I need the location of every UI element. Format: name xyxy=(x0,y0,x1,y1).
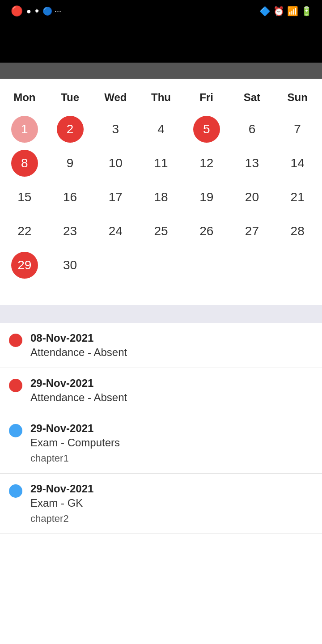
cal-cell: 24 xyxy=(93,216,138,247)
event-info-1: 29-Nov-2021Attendance - Absent xyxy=(30,377,127,404)
event-subtitle-2: chapter1 xyxy=(30,453,120,464)
cal-day-6[interactable]: 6 xyxy=(238,116,265,143)
cal-cell: 15 xyxy=(2,182,47,213)
cal-cell: 25 xyxy=(138,216,184,247)
day-header-sat: Sat xyxy=(229,88,275,107)
event-info-3: 29-Nov-2021Exam - GKchapter2 xyxy=(30,483,93,525)
event-info-0: 08-Nov-2021Attendance - Absent xyxy=(30,332,127,359)
cal-cell: 30 xyxy=(47,250,93,281)
cal-day-20[interactable]: 20 xyxy=(238,184,265,211)
alarm-icon: ⏰ xyxy=(273,6,284,17)
day-header-wed: Wed xyxy=(93,88,138,107)
cal-day-13[interactable]: 13 xyxy=(238,150,265,177)
cal-day-25[interactable]: 25 xyxy=(148,218,174,245)
cal-day-9[interactable]: 9 xyxy=(57,150,84,177)
cal-cell: 14 xyxy=(275,148,320,179)
event-subtitle-3: chapter2 xyxy=(30,513,93,525)
day-header-sun: Sun xyxy=(275,88,320,107)
day-header-tue: Tue xyxy=(47,88,93,107)
month-header xyxy=(0,63,322,79)
cal-cell: 2 xyxy=(47,114,93,145)
cal-cell: 16 xyxy=(47,182,93,213)
cal-day-3[interactable]: 3 xyxy=(102,116,129,143)
cal-day-24[interactable]: 24 xyxy=(102,218,129,245)
event-dot-blue xyxy=(9,484,22,498)
event-dot-red xyxy=(9,379,22,392)
cal-cell xyxy=(93,250,138,281)
cal-day-empty xyxy=(148,252,174,279)
cal-day-8[interactable]: 8 xyxy=(11,150,38,177)
cal-cell: 3 xyxy=(93,114,138,145)
cal-day-28[interactable]: 28 xyxy=(284,218,311,245)
cal-cell: 17 xyxy=(93,182,138,213)
cal-day-18[interactable]: 18 xyxy=(148,184,174,211)
cal-day-15[interactable]: 15 xyxy=(11,184,38,211)
event-item-0[interactable]: 08-Nov-2021Attendance - Absent xyxy=(0,323,322,368)
cal-cell: 26 xyxy=(184,216,229,247)
cal-cell: 10 xyxy=(93,148,138,179)
event-item-1[interactable]: 29-Nov-2021Attendance - Absent xyxy=(0,368,322,413)
day-header-thu: Thu xyxy=(138,88,184,107)
cal-day-23[interactable]: 23 xyxy=(57,218,84,245)
cal-day-26[interactable]: 26 xyxy=(193,218,220,245)
cal-day-30[interactable]: 30 xyxy=(57,252,84,279)
cal-cell xyxy=(275,250,320,281)
event-dot-blue xyxy=(9,424,22,437)
cal-cell: 6 xyxy=(229,114,275,145)
event-title-1: Attendance - Absent xyxy=(30,391,127,404)
event-date-1: 29-Nov-2021 xyxy=(30,377,127,390)
cal-day-27[interactable]: 27 xyxy=(238,218,265,245)
events-list: 08-Nov-2021Attendance - Absent29-Nov-202… xyxy=(0,323,322,534)
cal-day-12[interactable]: 12 xyxy=(193,150,220,177)
cal-cell: 5 xyxy=(184,114,229,145)
event-date-0: 08-Nov-2021 xyxy=(30,332,127,344)
cal-day-1[interactable]: 1 xyxy=(11,116,38,143)
cal-cell: 8 xyxy=(2,148,47,179)
cal-cell: 20 xyxy=(229,182,275,213)
cal-day-17[interactable]: 17 xyxy=(102,184,129,211)
signal-bars: 📶 xyxy=(287,6,298,17)
cal-day-22[interactable]: 22 xyxy=(11,218,38,245)
day-header-mon: Mon xyxy=(2,88,47,107)
cal-cell: 1 xyxy=(2,114,47,145)
cal-cell: 29 xyxy=(2,250,47,281)
event-info-2: 29-Nov-2021Exam - Computerschapter1 xyxy=(30,422,120,464)
cal-day-empty xyxy=(238,252,265,279)
cal-cell: 27 xyxy=(229,216,275,247)
cal-cell: 4 xyxy=(138,114,184,145)
cal-day-4[interactable]: 4 xyxy=(148,116,174,143)
carrier-icon: 🔴 xyxy=(11,5,23,17)
cal-day-21[interactable]: 21 xyxy=(284,184,311,211)
status-right: 🔷 ⏰ 📶 🔋 xyxy=(257,6,315,17)
events-date-header xyxy=(0,305,322,323)
cal-cell: 19 xyxy=(184,182,229,213)
cal-day-empty xyxy=(193,252,220,279)
cal-cell: 28 xyxy=(275,216,320,247)
battery-icon: 🔋 xyxy=(301,6,312,17)
cal-cell: 7 xyxy=(275,114,320,145)
cal-day-5[interactable]: 5 xyxy=(193,116,220,143)
event-title-0: Attendance - Absent xyxy=(30,346,127,359)
signal-icons: ● ✦ 🔵 ··· xyxy=(26,6,61,16)
cal-cell: 13 xyxy=(229,148,275,179)
day-header-fri: Fri xyxy=(184,88,229,107)
status-left: 🔴 ● ✦ 🔵 ··· xyxy=(7,5,61,17)
cal-day-29[interactable]: 29 xyxy=(11,252,38,279)
event-item-3[interactable]: 29-Nov-2021Exam - GKchapter2 xyxy=(0,474,322,534)
event-item-2[interactable]: 29-Nov-2021Exam - Computerschapter1 xyxy=(0,413,322,474)
cal-day-empty xyxy=(284,252,311,279)
cal-day-2[interactable]: 2 xyxy=(57,116,84,143)
cal-day-11[interactable]: 11 xyxy=(148,150,174,177)
status-bar: 🔴 ● ✦ 🔵 ··· 🔷 ⏰ 📶 🔋 xyxy=(0,0,322,22)
event-title-3: Exam - GK xyxy=(30,497,93,509)
cal-cell xyxy=(229,250,275,281)
bluetooth-icon: 🔷 xyxy=(259,6,271,17)
event-title-2: Exam - Computers xyxy=(30,436,120,449)
cal-day-14[interactable]: 14 xyxy=(284,150,311,177)
cal-day-7[interactable]: 7 xyxy=(284,116,311,143)
cal-day-16[interactable]: 16 xyxy=(57,184,84,211)
cal-cell: 21 xyxy=(275,182,320,213)
cal-day-10[interactable]: 10 xyxy=(102,150,129,177)
cal-day-19[interactable]: 19 xyxy=(193,184,220,211)
calendar-grid: 1234567891011121314151617181920212223242… xyxy=(0,112,322,283)
